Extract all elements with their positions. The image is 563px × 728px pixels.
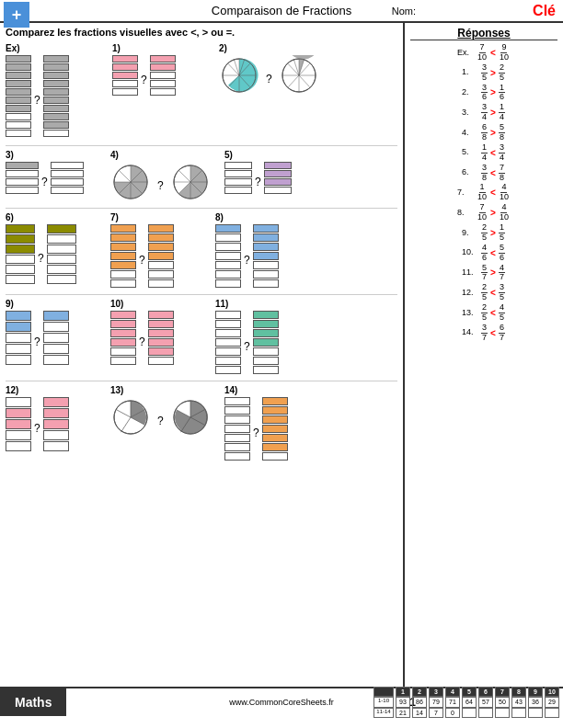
answer-row: 11. 57 > 47: [410, 264, 557, 283]
problem-14-block: 14) ?: [224, 385, 316, 461]
problem-4-block: 4): [110, 150, 221, 202]
problem-10-block: 10) ?: [110, 299, 212, 366]
problem-7-block: 7) ?: [110, 212, 212, 289]
answer-row: 9. 25 > 15: [410, 223, 557, 243]
p4-pie-right: [170, 162, 211, 202]
p1-bar-left: [112, 55, 138, 97]
p5-bar-right: [264, 162, 292, 195]
answer-row: 6. 38 < 78: [410, 164, 557, 183]
answer-row: 8. 710 > 410: [410, 203, 557, 222]
answer-row: 3. 34 > 14: [410, 103, 557, 122]
example-block: Ex) ?: [6, 43, 107, 138]
answer-title: Réponses: [410, 27, 557, 40]
footer-maths-label: Maths: [0, 688, 66, 716]
footer-scores: 12345678910 1-1093867971645750433629 11-…: [373, 687, 559, 717]
page-title: Comparaison de Fractions: [212, 4, 351, 17]
problem-11-block: 11) ?: [215, 299, 307, 375]
p7-bar-left: [110, 224, 136, 289]
problem-6-block: 6) ?: [6, 212, 107, 285]
answer-row: 5. 14 < 34: [410, 143, 557, 163]
p9-bar-left: [6, 311, 31, 366]
p14-bar-left: [224, 397, 250, 461]
answer-row: 14. 37 < 67: [410, 324, 557, 343]
logo-icon: +: [4, 2, 29, 28]
p2-pie-right: [279, 55, 319, 96]
p14-bar-right: [262, 397, 288, 461]
answer-row: 7. 110 < 410: [410, 183, 557, 202]
p3-bar-right: [51, 162, 84, 195]
p4-pie-left: [110, 162, 151, 202]
problem-1-block: 1) ?: [112, 43, 213, 97]
header: + Comparaison de Fractions Nom: Clé: [0, 0, 563, 23]
p7-bar-right: [148, 224, 174, 289]
answer-row: 2. 36 > 16: [410, 84, 557, 103]
answer-row: 12. 25 < 35: [410, 283, 557, 302]
p10-bar-left: [110, 311, 136, 366]
answer-row: 4. 68 > 58: [410, 123, 557, 142]
problem-8-block: 8) ?: [215, 212, 307, 289]
answer-row: 1. 35 > 25: [410, 63, 557, 83]
ex-bar-left: [6, 55, 31, 138]
answer-panel: Réponses Ex. 710 < 910 1. 35 > 25 2. 36 …: [405, 23, 563, 687]
p13-pie-right: [170, 397, 211, 438]
p8-bar-right: [253, 224, 279, 289]
problem-3-block: 3) ?: [6, 150, 107, 195]
footer-url: www.CommonCoreSheets.fr: [229, 698, 334, 707]
problem-13-block: 13) ?: [110, 385, 221, 438]
problem-9-block: 9) ?: [6, 299, 107, 366]
footer: Maths www.CommonCoreSheets.fr 1 12345678…: [0, 687, 563, 716]
p11-bar-right: [253, 311, 279, 375]
p11-bar-left: [215, 311, 241, 375]
answer-row-ex: Ex. 710 < 910: [410, 43, 557, 63]
answer-row: 13. 25 < 45: [410, 303, 557, 323]
ex-bar-right: [43, 55, 69, 138]
p6-bar-left: [6, 224, 35, 285]
p12-bar-left: [6, 397, 31, 452]
p9-bar-right: [43, 311, 69, 366]
cle-label: Clé: [533, 3, 556, 19]
p6-bar-right: [47, 224, 76, 285]
problem-12-block: 12) ?: [6, 385, 107, 452]
ex-qmark: ?: [34, 94, 40, 107]
nom-label: Nom:: [392, 6, 416, 17]
answer-rows: 1. 35 > 25 2. 36 > 16 3. 34 > 14 4. 68 >…: [410, 63, 557, 343]
p8-bar-left: [215, 224, 241, 289]
main-layout: Comparez les fractions visuelles avec <,…: [0, 23, 563, 687]
problem-5-block: 5) ?: [224, 150, 316, 195]
p3-bar-left: [6, 162, 39, 195]
answer-row: 10. 46 < 56: [410, 244, 557, 263]
p5-bar-left: [224, 162, 252, 195]
p2-pie-left: [219, 55, 259, 96]
p10-bar-right: [148, 311, 174, 366]
instruction: Comparez les fractions visuelles avec <,…: [6, 27, 397, 38]
p1-bar-right: [150, 55, 176, 97]
problem-2-block: 2): [219, 43, 320, 96]
content-area: Comparez les fractions visuelles avec <,…: [0, 23, 405, 687]
p13-pie-left: [110, 397, 151, 438]
p12-bar-right: [43, 397, 69, 452]
